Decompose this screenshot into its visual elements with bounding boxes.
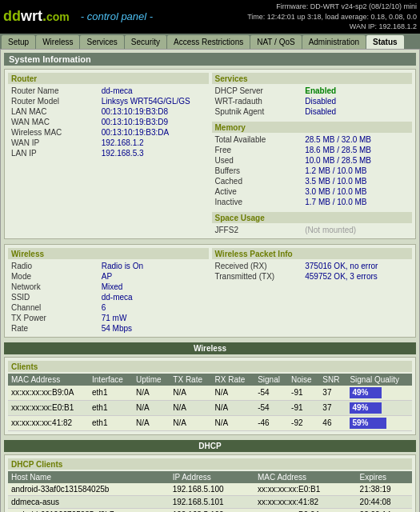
- radauth-label: WRT-radauth: [212, 96, 302, 106]
- wan-mac-label: WAN MAC: [8, 117, 98, 127]
- table-row: Mode AP: [8, 271, 209, 282]
- nav-wireless[interactable]: Wireless: [36, 35, 79, 49]
- rx-value: 375016 OK, no error: [302, 261, 412, 271]
- channel-value: 6: [98, 302, 209, 313]
- nav-status[interactable]: Status: [366, 35, 404, 49]
- active-value: 3.0 MB / 10.0 MB: [302, 186, 412, 197]
- router-col: Router Router Name dd-meca Router Model …: [8, 73, 209, 235]
- packet-table: Received (RX) 375016 OK, no error Transm…: [212, 261, 413, 282]
- dhcp-col-mac: MAC Address: [254, 471, 357, 483]
- client-noise: -91: [288, 400, 319, 415]
- cached-value: 3.5 MB / 10.0 MB: [302, 176, 412, 186]
- client-txrate: N/A: [170, 386, 211, 401]
- client-snr: 37: [319, 386, 346, 401]
- buffers-label: Buffers: [212, 166, 302, 176]
- dhcp-mac: xx:xx:xx:xx:41:82: [254, 495, 357, 508]
- logo-com: com: [46, 10, 70, 23]
- free-value: 18.6 MB / 28.5 MB: [302, 145, 412, 155]
- total-avail-value: 28.5 MB / 32.0 MB: [302, 134, 412, 145]
- clients-title: Clients: [8, 361, 412, 372]
- mode-label: Mode: [8, 271, 98, 282]
- client-quality: 49%: [346, 386, 412, 401]
- dhcp-subtitle: DHCP Clients: [8, 458, 412, 470]
- dhcp-ip: 192.168.5.101: [170, 495, 254, 508]
- space-title: Space Usage: [212, 212, 413, 223]
- radio-label: Radio: [8, 261, 98, 271]
- wireless-section: Wireless Radio Radio is On Mode AP Netwo…: [4, 244, 416, 338]
- dhcp-ip: 192.168.5.100: [170, 483, 254, 496]
- mode-value: AP: [98, 271, 209, 282]
- logo: ddwrt.com: [3, 8, 70, 25]
- lan-ip-label: LAN IP: [8, 148, 98, 158]
- tx-value: 459752 OK, 3 errors: [302, 271, 412, 282]
- wireless-table: Radio Radio is On Mode AP Network Mixed …: [8, 261, 209, 334]
- dhcp-expires: 23:22:14: [357, 508, 412, 512]
- lan-mac-value: 00:13:10:19:B3:D8: [98, 106, 209, 117]
- router-name-label: Router Name: [8, 86, 98, 96]
- sputnik-value: Disabled: [302, 106, 412, 117]
- dhcp-header: DHCP: [4, 440, 416, 452]
- dhcp-value: Enabled: [302, 86, 412, 96]
- client-signal: -54: [254, 386, 288, 401]
- col-txrate: TX Rate: [170, 374, 211, 386]
- dhcp-mac: xx:xx:xx:xx:E0:B1: [254, 483, 357, 496]
- txpower-label: TX Power: [8, 313, 98, 323]
- total-avail-label: Total Available: [212, 134, 302, 145]
- inactive-label: Inactive: [212, 197, 302, 207]
- logo-wrt: wrt: [21, 8, 42, 24]
- firmware-text: Firmware: DD-WRT v24-sp2 (08/12/10) mini: [247, 2, 417, 12]
- network-value: Mixed: [98, 282, 209, 292]
- table-row: Channel 6: [8, 302, 209, 313]
- client-row: xx:xx:xx:xx:E0:B1 eth1 N/A N/A N/A -54 -…: [8, 400, 412, 415]
- col-quality: Signal Quality: [346, 374, 412, 386]
- nav-access[interactable]: Access Restrictions: [167, 35, 250, 49]
- nav-admin[interactable]: Administration: [302, 35, 366, 49]
- table-row: Router Model Linksys WRT54G/GL/GS: [8, 96, 209, 106]
- dhcp-row: ddmeca-asus 192.168.5.101 xx:xx:xx:xx:41…: [8, 495, 412, 508]
- dhcp-expires: 21:38:19: [357, 483, 412, 496]
- ssid-value: dd-meca: [98, 292, 209, 302]
- dhcp-header-row: Host Name IP Address MAC Address Expires: [8, 471, 412, 483]
- client-quality: 59%: [346, 415, 412, 430]
- ssid-label: SSID: [8, 292, 98, 302]
- wireless-mac-link[interactable]: 00:13:10:19:B3:DA: [102, 128, 170, 137]
- table-row: Radio Radio is On: [8, 261, 209, 271]
- nav-nat[interactable]: NAT / QoS: [250, 35, 301, 49]
- router-services-section: Router Router Name dd-meca Router Model …: [4, 69, 416, 239]
- clients-table: MAC Address Interface Uptime TX Rate RX …: [8, 374, 412, 431]
- col-uptime: Uptime: [133, 374, 170, 386]
- nav-security[interactable]: Security: [125, 35, 166, 49]
- table-row: Sputnik Agent Disabled: [212, 106, 413, 117]
- free-label: Free: [212, 145, 302, 155]
- used-value: 10.0 MB / 28.5 MB: [302, 155, 412, 166]
- memory-table: Total Available 28.5 MB / 32.0 MB Free 1…: [212, 134, 413, 207]
- nav-setup[interactable]: Setup: [2, 35, 35, 49]
- table-row: Wireless MAC 00:13:10:19:B3:DA: [8, 127, 209, 138]
- router-name-value: dd-meca: [98, 86, 209, 96]
- nav-services[interactable]: Services: [80, 35, 123, 49]
- wan-mac-value: 00:13:10:19:B3:D9: [98, 117, 209, 127]
- wan-mac-link[interactable]: 00:13:10:19:B3:D9: [102, 118, 168, 126]
- wireless-col: Wireless Radio Radio is On Mode AP Netwo…: [8, 248, 209, 334]
- dhcp-expires: 20:44:08: [357, 495, 412, 508]
- page-title: System Information: [4, 53, 416, 66]
- client-mac: xx:xx:xx:xx:B9:0A: [8, 386, 89, 401]
- dhcp-row: android-33af0c131584025b 192.168.5.100 x…: [8, 483, 412, 496]
- sputnik-label: Sputnik Agent: [212, 106, 302, 117]
- client-iface: eth1: [89, 400, 133, 415]
- client-signal: -46: [254, 415, 288, 430]
- dhcp-section: DHCP Clients Host Name IP Address MAC Ad…: [4, 454, 416, 512]
- col-mac: MAC Address: [8, 374, 89, 386]
- table-row: SSID dd-meca: [8, 292, 209, 302]
- client-rxrate: N/A: [212, 400, 255, 415]
- lan-mac-link[interactable]: 00:13:10:19:B3:D8: [102, 107, 168, 116]
- col-noise: Noise: [288, 374, 319, 386]
- client-signal: -54: [254, 400, 288, 415]
- dhcp-table: Host Name IP Address MAC Address Expires…: [8, 471, 412, 512]
- client-row: xx:xx:xx:xx:B9:0A eth1 N/A N/A N/A -54 -…: [8, 386, 412, 401]
- time-text: Time: 12:42:01 up 3:18, load average: 0.…: [247, 12, 417, 22]
- buffers-value: 1.2 MB / 10.0 MB: [302, 166, 412, 176]
- table-row: Used 10.0 MB / 28.5 MB: [212, 155, 413, 166]
- tx-label: Transmitted (TX): [212, 271, 302, 282]
- rate-value: 54 Mbps: [98, 323, 209, 334]
